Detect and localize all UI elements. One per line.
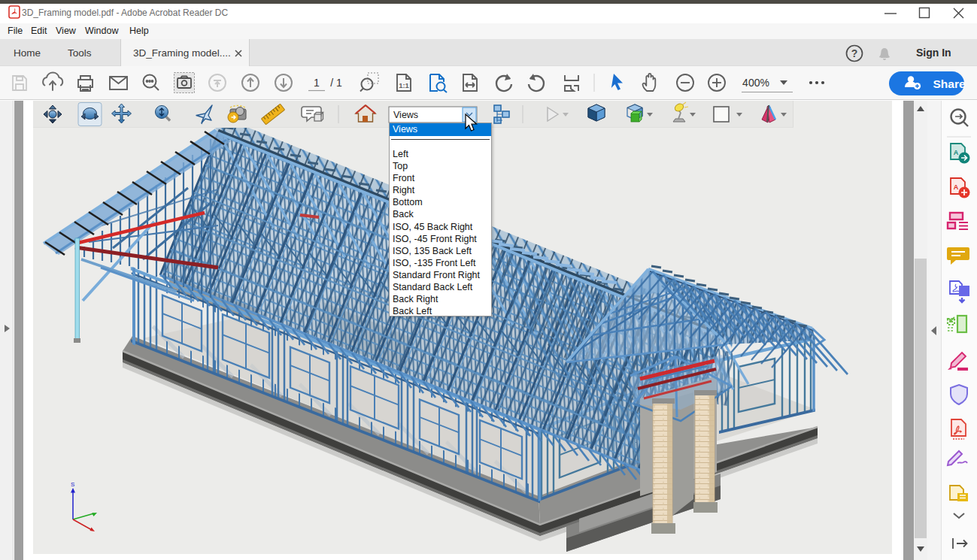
svg-text:1:1: 1:1 <box>399 81 409 89</box>
svg-text:Share: Share <box>933 77 965 90</box>
svg-text:A: A <box>954 183 959 191</box>
svg-text:/ 1: / 1 <box>330 77 342 89</box>
svg-text:1: 1 <box>314 77 320 89</box>
svg-text:Views: Views <box>393 110 418 120</box>
svg-text:?: ? <box>851 47 858 59</box>
svg-text:A: A <box>954 149 959 156</box>
svg-text:S: S <box>71 481 74 488</box>
svg-text:400%: 400% <box>742 77 769 89</box>
